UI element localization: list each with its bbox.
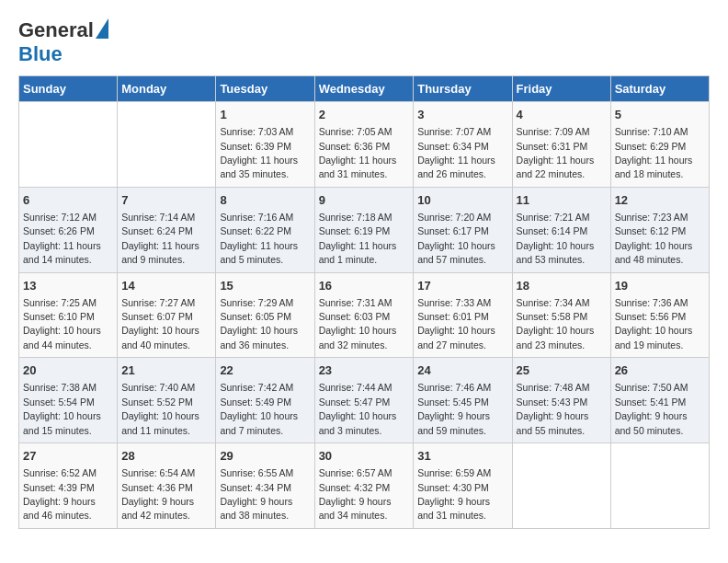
sunset-text: Sunset: 4:30 PM bbox=[417, 482, 489, 493]
sunrise-text: Sunrise: 7:03 AM bbox=[220, 126, 293, 137]
sunset-text: Sunset: 6:17 PM bbox=[417, 225, 489, 236]
day-number: 6 bbox=[23, 192, 113, 209]
sunrise-text: Sunrise: 7:12 AM bbox=[23, 212, 97, 223]
daylight-text: Daylight: 11 hours and 14 minutes. bbox=[23, 240, 101, 265]
calendar-cell: 14Sunrise: 7:27 AMSunset: 6:07 PMDayligh… bbox=[118, 272, 216, 358]
calendar-cell: 13Sunrise: 7:25 AMSunset: 6:10 PMDayligh… bbox=[19, 272, 118, 358]
calendar-week-row: 6Sunrise: 7:12 AMSunset: 6:26 PMDaylight… bbox=[19, 187, 710, 272]
calendar-cell: 29Sunrise: 6:55 AMSunset: 4:34 PMDayligh… bbox=[216, 443, 314, 529]
sunset-text: Sunset: 6:07 PM bbox=[121, 311, 193, 322]
sunset-text: Sunset: 6:01 PM bbox=[417, 311, 489, 322]
sunrise-text: Sunrise: 7:48 AM bbox=[517, 382, 590, 393]
day-number: 24 bbox=[417, 362, 507, 379]
sunset-text: Sunset: 6:22 PM bbox=[220, 225, 291, 236]
sunrise-text: Sunrise: 7:46 AM bbox=[417, 382, 491, 393]
logo-blue-text: Blue bbox=[18, 42, 63, 65]
sunset-text: Sunset: 5:43 PM bbox=[517, 396, 588, 408]
day-number: 14 bbox=[121, 278, 211, 294]
calendar-cell: 21Sunrise: 7:40 AMSunset: 5:52 PMDayligh… bbox=[118, 358, 216, 443]
sunset-text: Sunset: 5:52 PM bbox=[121, 396, 193, 408]
calendar-cell: 12Sunrise: 7:23 AMSunset: 6:12 PMDayligh… bbox=[610, 187, 709, 272]
calendar-cell bbox=[118, 102, 216, 188]
daylight-text: Daylight: 11 hours and 35 minutes. bbox=[220, 155, 298, 179]
daylight-text: Daylight: 9 hours and 59 minutes. bbox=[417, 410, 490, 435]
calendar-cell: 9Sunrise: 7:18 AMSunset: 6:19 PMDaylight… bbox=[314, 187, 414, 272]
daylight-text: Daylight: 10 hours and 11 minutes. bbox=[121, 410, 199, 435]
daylight-text: Daylight: 9 hours and 31 minutes. bbox=[417, 496, 490, 521]
daylight-text: Daylight: 11 hours and 5 minutes. bbox=[220, 240, 298, 265]
sunset-text: Sunset: 6:03 PM bbox=[319, 311, 391, 322]
daylight-text: Daylight: 9 hours and 38 minutes. bbox=[220, 496, 292, 521]
day-number: 29 bbox=[220, 448, 310, 465]
day-number: 17 bbox=[417, 278, 507, 294]
daylight-text: Daylight: 9 hours and 34 minutes. bbox=[319, 496, 392, 521]
weekday-header-row: SundayMondayTuesdayWednesdayThursdayFrid… bbox=[19, 76, 710, 102]
calendar-cell: 4Sunrise: 7:09 AMSunset: 6:31 PMDaylight… bbox=[512, 102, 610, 188]
calendar-cell: 30Sunrise: 6:57 AMSunset: 4:32 PMDayligh… bbox=[314, 443, 414, 529]
calendar-table: SundayMondayTuesdayWednesdayThursdayFrid… bbox=[18, 75, 710, 529]
day-number: 20 bbox=[23, 362, 113, 379]
calendar-cell: 16Sunrise: 7:31 AMSunset: 6:03 PMDayligh… bbox=[314, 272, 414, 358]
daylight-text: Daylight: 10 hours and 40 minutes. bbox=[121, 325, 199, 350]
calendar-cell: 2Sunrise: 7:05 AMSunset: 6:36 PMDaylight… bbox=[314, 102, 414, 188]
day-number: 19 bbox=[615, 278, 705, 294]
weekday-header-friday: Friday bbox=[512, 76, 610, 102]
daylight-text: Daylight: 9 hours and 42 minutes. bbox=[121, 496, 194, 521]
daylight-text: Daylight: 10 hours and 23 minutes. bbox=[517, 325, 595, 350]
sunrise-text: Sunrise: 7:14 AM bbox=[121, 212, 195, 223]
calendar-cell: 11Sunrise: 7:21 AMSunset: 6:14 PMDayligh… bbox=[512, 187, 610, 272]
sunrise-text: Sunrise: 7:42 AM bbox=[220, 382, 293, 393]
sunset-text: Sunset: 6:29 PM bbox=[615, 141, 687, 152]
sunset-text: Sunset: 6:10 PM bbox=[23, 311, 95, 322]
calendar-week-row: 13Sunrise: 7:25 AMSunset: 6:10 PMDayligh… bbox=[19, 272, 710, 358]
day-number: 2 bbox=[319, 107, 410, 123]
day-number: 9 bbox=[319, 192, 410, 209]
calendar-cell: 8Sunrise: 7:16 AMSunset: 6:22 PMDaylight… bbox=[216, 187, 314, 272]
sunset-text: Sunset: 5:58 PM bbox=[517, 311, 588, 322]
sunset-text: Sunset: 4:34 PM bbox=[220, 482, 291, 493]
daylight-text: Daylight: 9 hours and 50 minutes. bbox=[615, 410, 688, 435]
sunrise-text: Sunrise: 7:27 AM bbox=[121, 297, 195, 308]
sunrise-text: Sunrise: 7:34 AM bbox=[517, 297, 590, 308]
daylight-text: Daylight: 10 hours and 32 minutes. bbox=[319, 325, 397, 350]
sunrise-text: Sunrise: 7:07 AM bbox=[417, 126, 491, 137]
weekday-header-sunday: Sunday bbox=[19, 76, 118, 102]
sunset-text: Sunset: 6:31 PM bbox=[517, 141, 588, 152]
calendar-cell: 22Sunrise: 7:42 AMSunset: 5:49 PMDayligh… bbox=[216, 358, 314, 443]
day-number: 18 bbox=[517, 278, 607, 294]
logo-triangle-icon bbox=[96, 18, 108, 39]
daylight-text: Daylight: 10 hours and 7 minutes. bbox=[220, 410, 298, 435]
calendar-cell bbox=[512, 443, 610, 529]
day-number: 1 bbox=[220, 107, 310, 123]
calendar-cell: 28Sunrise: 6:54 AMSunset: 4:36 PMDayligh… bbox=[118, 443, 216, 529]
weekday-header-saturday: Saturday bbox=[610, 76, 709, 102]
calendar-cell: 18Sunrise: 7:34 AMSunset: 5:58 PMDayligh… bbox=[512, 272, 610, 358]
calendar-cell: 27Sunrise: 6:52 AMSunset: 4:39 PMDayligh… bbox=[19, 443, 118, 529]
daylight-text: Daylight: 11 hours and 9 minutes. bbox=[121, 240, 199, 265]
sunrise-text: Sunrise: 7:33 AM bbox=[417, 297, 491, 308]
sunrise-text: Sunrise: 7:50 AM bbox=[615, 382, 688, 393]
weekday-header-thursday: Thursday bbox=[414, 76, 512, 102]
calendar-cell: 23Sunrise: 7:44 AMSunset: 5:47 PMDayligh… bbox=[314, 358, 414, 443]
day-number: 8 bbox=[220, 192, 310, 209]
day-number: 16 bbox=[319, 278, 410, 294]
day-number: 30 bbox=[319, 448, 410, 465]
sunset-text: Sunset: 6:14 PM bbox=[517, 225, 588, 236]
calendar-week-row: 27Sunrise: 6:52 AMSunset: 4:39 PMDayligh… bbox=[19, 443, 710, 529]
day-number: 28 bbox=[121, 448, 211, 465]
sunset-text: Sunset: 6:24 PM bbox=[121, 225, 193, 236]
sunrise-text: Sunrise: 7:10 AM bbox=[615, 126, 688, 137]
sunset-text: Sunset: 5:54 PM bbox=[23, 396, 95, 408]
daylight-text: Daylight: 10 hours and 36 minutes. bbox=[220, 325, 298, 350]
sunrise-text: Sunrise: 6:52 AM bbox=[23, 467, 97, 478]
sunrise-text: Sunrise: 6:55 AM bbox=[220, 467, 293, 478]
day-number: 7 bbox=[121, 192, 211, 209]
sunset-text: Sunset: 6:39 PM bbox=[220, 141, 291, 152]
calendar-week-row: 20Sunrise: 7:38 AMSunset: 5:54 PMDayligh… bbox=[19, 358, 710, 443]
day-number: 27 bbox=[23, 448, 113, 465]
daylight-text: Daylight: 11 hours and 31 minutes. bbox=[319, 155, 397, 179]
daylight-text: Daylight: 11 hours and 22 minutes. bbox=[517, 155, 595, 179]
daylight-text: Daylight: 11 hours and 18 minutes. bbox=[615, 155, 693, 179]
day-number: 31 bbox=[417, 448, 507, 465]
sunrise-text: Sunrise: 7:38 AM bbox=[23, 382, 97, 393]
